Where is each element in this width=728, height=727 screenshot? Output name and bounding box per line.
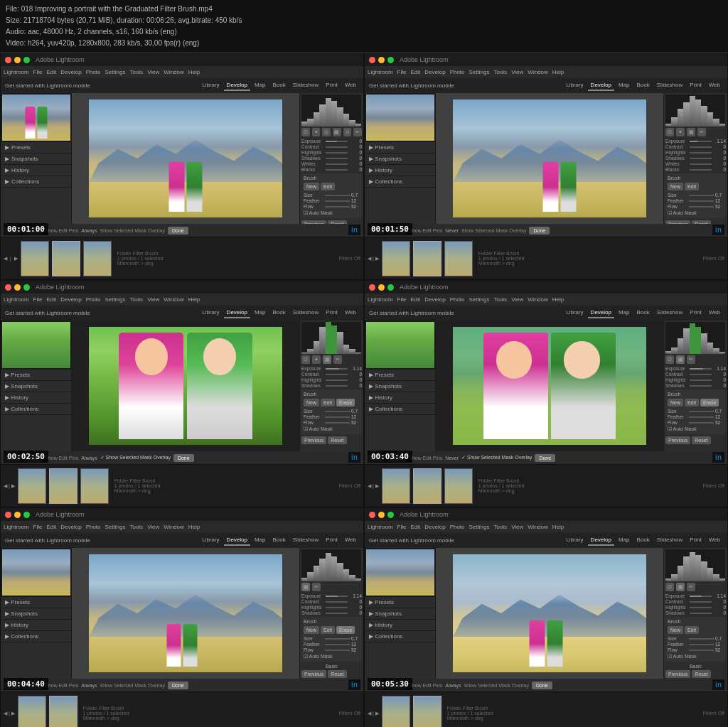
panel-collections[interactable]: ▶ Collections <box>1 176 71 188</box>
panel-snapshots-2[interactable]: ▶ Snapshots <box>365 154 435 165</box>
maximize-button[interactable] <box>23 57 30 63</box>
minimize-button-6[interactable] <box>378 512 385 518</box>
graduated-filter-4[interactable]: ▦ <box>676 355 685 364</box>
filmstrip-nav-next-3[interactable]: ▶ <box>11 483 15 489</box>
filmstrip-nav-next-6[interactable]: ▶ <box>375 711 379 716</box>
panel-collections-2[interactable]: ▶ Collections <box>365 176 435 188</box>
menu-develop[interactable]: Develop <box>60 69 81 75</box>
minimize-button-4[interactable] <box>378 284 385 291</box>
btn-edit-6[interactable]: Edit <box>685 626 699 634</box>
panel-history[interactable]: ▶ History <box>1 165 71 176</box>
btn-done-5[interactable]: Done <box>168 682 188 689</box>
filmstrip-nav-next[interactable]: ▶ <box>14 256 18 262</box>
filmstrip-thumb-14[interactable] <box>49 696 77 728</box>
menu-help[interactable]: Help <box>188 69 200 75</box>
crop-tool-2[interactable]: ⊡ <box>665 128 674 136</box>
panel-snapshots-3[interactable]: ▶ Snapshots <box>1 381 71 392</box>
tab-print[interactable]: Print <box>323 80 340 91</box>
panel-presets-5[interactable]: ▶ Presets <box>1 597 71 608</box>
btn-erase-4[interactable]: Erase <box>700 399 719 406</box>
menu-window[interactable]: Window <box>164 69 183 75</box>
panel-collections-5[interactable]: ▶ Collections <box>1 631 71 642</box>
tab-library[interactable]: Library <box>199 80 222 91</box>
close-button[interactable] <box>5 57 11 63</box>
menu-lightroom[interactable]: Lightroom <box>4 69 29 75</box>
btn-previous-5[interactable]: Previous <box>301 670 326 678</box>
healing-tool-2[interactable]: ✦ <box>676 128 685 136</box>
tab-book[interactable]: Book <box>270 80 289 91</box>
filmstrip-thumb-3[interactable] <box>83 241 112 276</box>
filmstrip-thumb-8[interactable] <box>49 468 77 504</box>
panel-snapshots-6[interactable]: ▶ Snapshots <box>365 608 435 620</box>
filmstrip-thumb-1[interactable] <box>21 241 49 276</box>
graduated-filter-3[interactable]: ▦ <box>323 355 331 364</box>
brush-tool-6[interactable]: ✏ <box>687 583 695 591</box>
menu-edit[interactable]: Edit <box>46 69 56 75</box>
panel-history-4[interactable]: ▶ History <box>365 392 435 404</box>
minimize-button-3[interactable] <box>14 284 21 291</box>
btn-reset-5[interactable]: Reset <box>328 670 346 678</box>
filmstrip-thumb-10[interactable] <box>382 468 410 504</box>
healing-tool[interactable]: ✦ <box>312 128 321 136</box>
panel-history-5[interactable]: ▶ History <box>1 620 71 631</box>
filmstrip-thumb-13[interactable] <box>18 696 46 728</box>
btn-new-3[interactable]: New <box>304 399 319 406</box>
graduated-filter-2[interactable]: ▦ <box>687 128 695 136</box>
btn-edit-3[interactable]: Edit <box>321 399 335 406</box>
filmstrip-nav-prev-2[interactable]: ◀ <box>368 256 371 262</box>
filmstrip-nav-prev[interactable]: ◀ <box>4 256 7 262</box>
panel-history-6[interactable]: ▶ History <box>365 620 435 631</box>
graduated-filter-5[interactable]: ▦ <box>301 583 310 591</box>
close-button-2[interactable] <box>369 57 375 63</box>
btn-edit-2[interactable]: Edit <box>685 183 699 190</box>
filmstrip-thumb-9[interactable] <box>80 468 109 504</box>
menu-settings[interactable]: Settings <box>105 69 126 75</box>
btn-previous-4[interactable]: Previous <box>665 436 690 444</box>
filmstrip-thumb-16[interactable] <box>413 696 441 728</box>
btn-new[interactable]: New <box>304 183 319 190</box>
btn-erase-5[interactable]: Erase <box>336 626 355 634</box>
radial-filter-tool[interactable]: ⊙ <box>343 128 352 136</box>
graduated-filter-tool[interactable]: ▦ <box>333 128 341 136</box>
filmstrip-nav-prev-6[interactable]: ◀ <box>368 711 371 716</box>
filmstrip-nav-prev-5[interactable]: ◀ <box>4 711 7 716</box>
btn-new-5[interactable]: New <box>304 626 319 634</box>
btn-previous-6[interactable]: Previous <box>665 670 690 678</box>
redeye-tool[interactable]: ◎ <box>322 128 331 136</box>
btn-new-6[interactable]: New <box>668 626 683 634</box>
filmstrip-thumb-15[interactable] <box>382 696 410 728</box>
btn-edit-5[interactable]: Edit <box>321 626 335 634</box>
minimize-button-5[interactable] <box>14 512 21 518</box>
menu-tools[interactable]: Tools <box>129 69 143 75</box>
close-button-4[interactable] <box>369 284 375 291</box>
filmstrip-nav-prev-3[interactable]: ◀ <box>4 483 7 489</box>
maximize-button-4[interactable] <box>387 284 394 291</box>
filmstrip-thumb-11[interactable] <box>413 468 441 504</box>
btn-reset-6[interactable]: Reset <box>692 670 710 678</box>
panel-history-3[interactable]: ▶ History <box>1 392 71 404</box>
brush-tool-2[interactable]: ✏ <box>697 128 706 136</box>
filmstrip-thumb-2[interactable] <box>52 241 80 276</box>
panel-snapshots-5[interactable]: ▶ Snapshots <box>1 608 71 620</box>
maximize-button-2[interactable] <box>387 57 394 63</box>
filmstrip-nav-next-5[interactable]: ▶ <box>11 711 15 716</box>
tab-slideshow[interactable]: Slideshow <box>290 80 321 91</box>
panel-history-2[interactable]: ▶ History <box>365 165 435 176</box>
filmstrip-thumb-12[interactable] <box>444 468 473 504</box>
btn-edit[interactable]: Edit <box>321 183 335 190</box>
btn-done-3[interactable]: Done <box>173 454 194 462</box>
filmstrip-thumb-5[interactable] <box>413 241 441 276</box>
btn-new-2[interactable]: New <box>668 183 683 190</box>
btn-edit-4[interactable]: Edit <box>685 399 699 406</box>
panel-snapshots[interactable]: ▶ Snapshots <box>1 154 71 165</box>
close-button-3[interactable] <box>5 284 11 291</box>
maximize-button-5[interactable] <box>23 512 30 518</box>
close-button-5[interactable] <box>5 512 11 518</box>
btn-done-2[interactable]: Done <box>529 227 550 235</box>
menu-photo[interactable]: Photo <box>86 69 101 75</box>
filmstrip-nav-next-4[interactable]: ▶ <box>375 483 379 489</box>
crop-tool[interactable]: ⊡ <box>301 128 310 136</box>
filmstrip-thumb-6[interactable] <box>444 241 473 276</box>
brush-tool-5[interactable]: ✏ <box>312 583 321 591</box>
maximize-button-6[interactable] <box>387 512 394 518</box>
